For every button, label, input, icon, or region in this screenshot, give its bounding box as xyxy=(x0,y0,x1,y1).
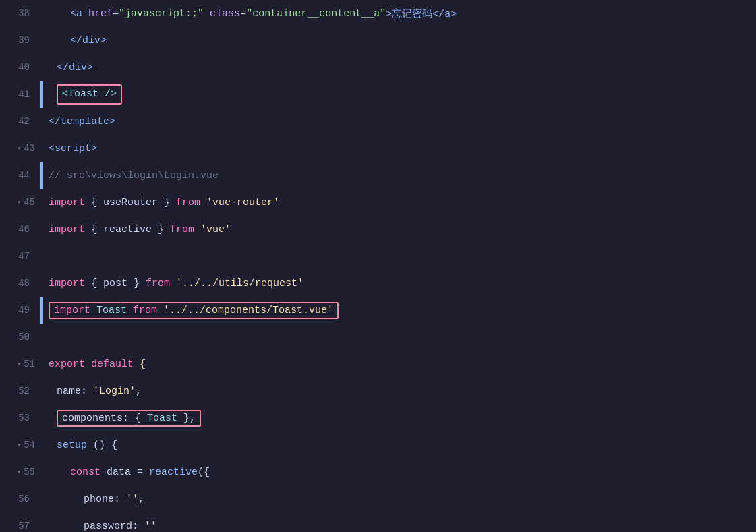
token: () { xyxy=(87,440,117,451)
line-number-38: 38 xyxy=(0,0,40,27)
token: from xyxy=(176,197,200,208)
code-line-56: 56 phone: '', xyxy=(0,485,756,512)
token: '' xyxy=(144,521,156,532)
token: useRouter xyxy=(103,197,158,208)
token: >忘记密码</a> xyxy=(386,7,457,20)
line-number-43: ▾ 43 xyxy=(0,135,40,162)
line-number-53: 53 xyxy=(0,405,40,432)
line-content-44: // src\views\login\Login.vue xyxy=(43,162,756,189)
line-content-40: </div> xyxy=(43,54,756,81)
line-content-42: </template> xyxy=(43,108,756,135)
code-line-46: 46 import { reactive } from 'vue' xyxy=(0,216,756,243)
token: from xyxy=(146,278,170,289)
token: from xyxy=(170,224,194,235)
token: </div> xyxy=(70,35,107,47)
line-content-45: import { useRouter } from 'vue-router' xyxy=(43,189,756,216)
line-number-55: ▾ 55 xyxy=(0,459,40,485)
line-number-52: 52 xyxy=(0,378,40,405)
code-line-38: 38 <a href="javascript:;" class="contain… xyxy=(0,0,756,27)
token: ({ xyxy=(198,467,210,478)
toast-highlight: <Toast /> xyxy=(57,84,122,105)
token: : xyxy=(114,494,126,505)
token: </template> xyxy=(49,116,115,127)
token: : { xyxy=(123,413,147,424)
line-number-57: 57 xyxy=(0,512,40,532)
token: </div> xyxy=(57,62,93,73)
token: reactive xyxy=(103,224,152,235)
token: name xyxy=(57,386,81,397)
token: components xyxy=(62,413,123,424)
line-content-38: <a href="javascript:;" class="container_… xyxy=(43,0,756,27)
code-line-52: 52 name: 'Login', xyxy=(0,378,756,405)
code-line-45: ▾ 45 import { useRouter } from 'vue-rout… xyxy=(0,189,756,216)
token: Toast xyxy=(90,305,133,316)
token xyxy=(157,305,163,316)
token: default xyxy=(85,359,140,370)
token: , xyxy=(138,494,144,505)
line-number-46: 46 xyxy=(0,216,40,243)
code-line-44: 44 // src\views\login\Login.vue xyxy=(0,162,756,189)
token: import xyxy=(49,278,85,289)
token: data xyxy=(100,467,137,478)
line-content-50 xyxy=(43,324,756,351)
token: 'vue-router' xyxy=(206,197,279,208)
chevron-icon: ▾ xyxy=(17,198,21,206)
code-line-54: ▾ 54 setup () { xyxy=(0,432,756,459)
line-number-40: 40 xyxy=(0,54,40,81)
token: , xyxy=(136,386,142,397)
token: from xyxy=(133,305,157,316)
code-line-49: 49 import Toast from '../../components/T… xyxy=(0,297,756,324)
token: <script> xyxy=(49,143,97,154)
line-number-39: 39 xyxy=(0,27,40,54)
line-number-54: ▾ 54 xyxy=(0,432,40,459)
line-content-56: phone: '', xyxy=(43,485,756,512)
chevron-icon: ▾ xyxy=(17,360,21,368)
token: password xyxy=(84,521,132,532)
token: { xyxy=(85,278,103,289)
code-line-48: 48 import { post } from '../../utils/req… xyxy=(0,270,756,297)
code-line-47: 47 xyxy=(0,243,756,270)
token: export xyxy=(49,359,85,370)
token: { xyxy=(140,359,146,370)
line-number-51: ▾ 51 xyxy=(0,351,40,378)
token: } xyxy=(152,224,170,235)
token: "container__content__a" xyxy=(246,8,386,20)
line-number-50: 50 xyxy=(0,324,40,351)
token xyxy=(170,278,176,289)
code-line-57: 57 password: '' xyxy=(0,512,756,532)
line-content-54: setup () { xyxy=(43,432,756,459)
token: } xyxy=(158,197,176,208)
line-content-47 xyxy=(43,243,756,270)
line-number-56: 56 xyxy=(0,485,40,512)
token: <Toast /> xyxy=(62,88,117,100)
code-line-43: ▾ 43 <script> xyxy=(0,135,756,162)
token: { xyxy=(85,224,103,235)
token xyxy=(200,197,206,208)
line-content-43: <script> xyxy=(43,135,756,162)
token: 'vue' xyxy=(200,224,231,235)
token: { xyxy=(85,197,103,208)
line-content-46: import { reactive } from 'vue' xyxy=(43,216,756,243)
token: < xyxy=(70,8,76,20)
code-editor: 38 <a href="javascript:;" class="contain… xyxy=(0,0,756,532)
token: '' xyxy=(126,494,138,505)
line-number-44: 44 xyxy=(0,162,40,189)
chevron-icon: ▾ xyxy=(17,441,21,449)
line-content-51: export default { xyxy=(43,351,756,378)
token: import xyxy=(49,197,85,208)
token: reactive xyxy=(149,467,198,478)
token: '../../components/Toast.vue' xyxy=(163,305,333,316)
token: post xyxy=(103,278,127,289)
token: '../../utils/request' xyxy=(176,278,303,289)
token: import xyxy=(49,224,85,235)
code-line-41: 41 <Toast /> xyxy=(0,81,756,108)
line-content-41: <Toast /> xyxy=(43,81,756,108)
chevron-icon: ▾ xyxy=(17,144,21,152)
token: = xyxy=(240,8,246,20)
token: // src\views\login\Login.vue xyxy=(49,170,219,181)
token: href xyxy=(88,8,113,20)
token: a xyxy=(76,8,88,20)
chevron-icon: ▾ xyxy=(17,468,21,476)
code-line-50: 50 xyxy=(0,324,756,351)
line-number-45: ▾ 45 xyxy=(0,189,40,216)
